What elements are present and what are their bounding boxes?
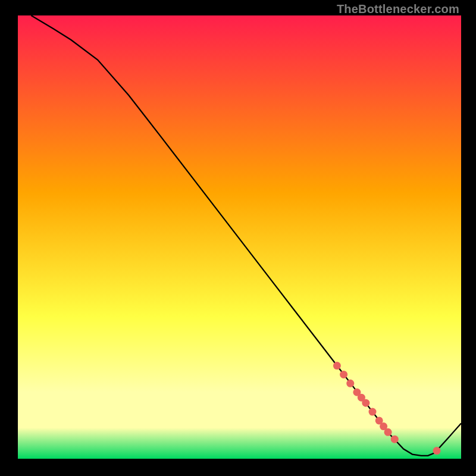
bottleneck-chart [18, 15, 461, 459]
gradient-background [18, 15, 461, 459]
marker-point [384, 428, 392, 436]
attribution-text: TheBottlenecker.com [337, 2, 459, 16]
marker-point [346, 380, 354, 387]
marker-point [369, 408, 377, 416]
marker-point [391, 436, 399, 443]
marker-point [362, 399, 369, 407]
marker-point [340, 371, 347, 378]
marker-point [433, 447, 441, 455]
marker-point [333, 362, 341, 369]
chart-frame [18, 15, 461, 459]
